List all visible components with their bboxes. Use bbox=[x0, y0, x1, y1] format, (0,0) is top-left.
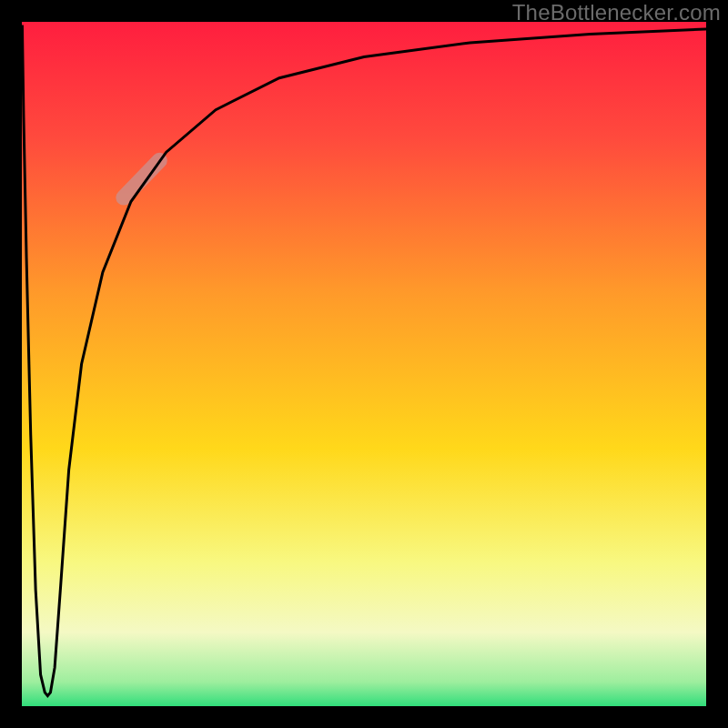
gradient-background bbox=[11, 11, 717, 717]
chart-container: TheBottlenecker.com bbox=[0, 0, 728, 728]
watermark-label: TheBottlenecker.com bbox=[512, 0, 721, 25]
bottleneck-chart bbox=[0, 0, 728, 728]
